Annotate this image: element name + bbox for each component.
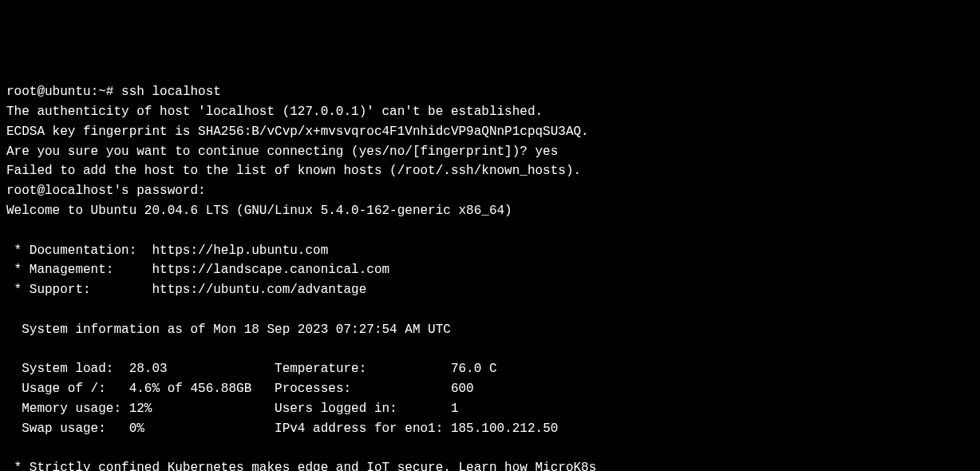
ssh-fingerprint: ECDSA key fingerprint is SHA256:B/vCvp/x… xyxy=(6,125,589,139)
sysinfo-header: System information as of Mon 18 Sep 2023… xyxy=(6,323,451,337)
ssh-password-prompt[interactable]: root@localhost's password: xyxy=(6,184,206,198)
doc-link: https://help.ubuntu.com xyxy=(152,243,328,258)
users-logged-in-value: 1 xyxy=(451,402,459,416)
promo-msg: * Strictly confined Kubernetes makes edg… xyxy=(6,461,596,471)
ssh-authenticity-msg: The authenticity of host 'localhost (127… xyxy=(6,105,543,119)
command-input[interactable]: ssh localhost xyxy=(121,85,221,99)
shell-prompt: root@ubuntu:~# xyxy=(6,85,121,99)
sysinfo-row: Usage of /: 4.6% of 456.88GB Processes: … xyxy=(6,382,474,396)
disk-usage-value: 4.6% of 456.88GB xyxy=(129,382,275,396)
doc-link-row: * Documentation: https://help.ubuntu.com xyxy=(6,243,328,258)
processes-value: 600 xyxy=(451,382,474,396)
ssh-confirm-answer[interactable]: yes xyxy=(535,144,559,159)
mgmt-link: https://landscape.canonical.com xyxy=(152,263,389,277)
ssh-failed-msg: Failed to add the host to the list of kn… xyxy=(6,164,581,178)
ssh-confirm-prompt: Are you sure you want to continue connec… xyxy=(6,144,535,159)
support-link: https://ubuntu.com/advantage xyxy=(152,283,366,297)
sysinfo-row: Memory usage: 12% Users logged in: 1 xyxy=(6,402,459,416)
mgmt-link-row: * Management: https://landscape.canonica… xyxy=(6,263,389,277)
welcome-banner: Welcome to Ubuntu 20.04.6 LTS (GNU/Linux… xyxy=(6,204,512,218)
swap-usage-value: 0% xyxy=(129,422,275,436)
ipv4-address-value: 185.100.212.50 xyxy=(451,422,558,436)
support-link-row: * Support: https://ubuntu.com/advantage xyxy=(6,283,366,297)
temperature-value: 76.0 C xyxy=(451,362,497,376)
terminal[interactable]: root@ubuntu:~# ssh localhost The authent… xyxy=(6,82,974,471)
system-load-value: 28.03 xyxy=(129,362,275,376)
sysinfo-row: Swap usage: 0% IPv4 address for eno1: 18… xyxy=(6,422,558,436)
sysinfo-row: System load: 28.03 Temperature: 76.0 C xyxy=(6,362,497,376)
memory-usage-value: 12% xyxy=(129,402,275,416)
